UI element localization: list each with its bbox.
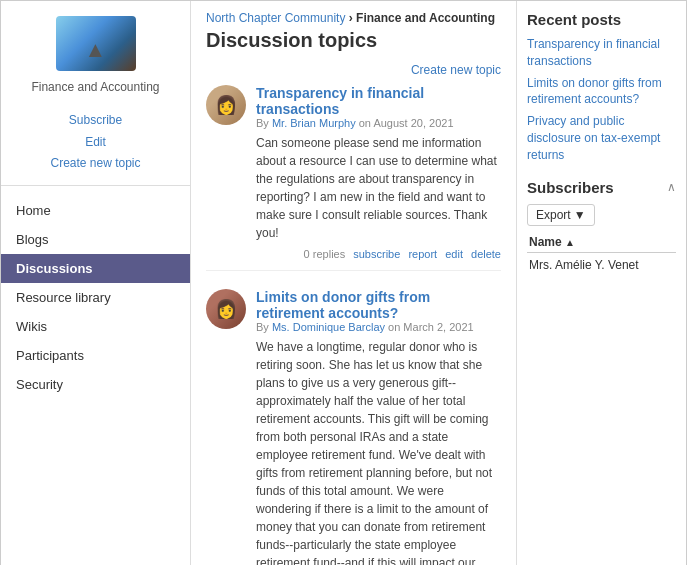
recent-posts-title: Recent posts [527,11,676,28]
sidebar: Finance and Accounting Subscribe Edit Cr… [1,1,191,565]
sidebar-item-discussions[interactable]: Discussions [1,254,190,283]
sidebar-logo-title: Finance and Accounting [11,80,180,94]
discussion-post-2: 👩 Limits on donor gifts from retirement … [206,289,501,565]
export-arrow-icon: ▼ [574,208,586,222]
recent-post-link-2[interactable]: Limits on donor gifts from retirement ac… [527,75,676,109]
post-author-1[interactable]: Mr. Brian Murphy [272,117,356,129]
recent-post-link-1[interactable]: Transparency in financial transactions [527,36,676,70]
logo-image [56,16,136,71]
sidebar-divider [1,185,190,186]
create-topic-sidebar-link[interactable]: Create new topic [1,153,190,175]
subscribers-title: Subscribers [527,179,614,196]
breadcrumb: North Chapter Community › Finance and Ac… [206,11,501,25]
subscriber-name-1: Mrs. Amélie Y. Venet [527,252,676,277]
post-author-2[interactable]: Ms. Dominique Barclay [272,321,385,333]
avatar-image-2: 👩 [206,289,246,329]
edit-link[interactable]: Edit [1,132,190,154]
post-meta-2: By Ms. Dominique Barclay on March 2, 202… [256,321,501,333]
main-content: North Chapter Community › Finance and Ac… [191,1,516,565]
post-delete-1[interactable]: delete [471,248,501,260]
post-avatar-2: 👩 [206,289,246,329]
sidebar-item-wikis[interactable]: Wikis [1,312,190,341]
sidebar-item-resource-library[interactable]: Resource library [1,283,190,312]
post-title-1[interactable]: Transparency in financial transactions [256,85,424,117]
post-title-2[interactable]: Limits on donor gifts from retirement ac… [256,289,430,321]
sidebar-logo-area: Finance and Accounting [1,1,190,102]
post-report-1[interactable]: report [408,248,437,260]
subscribers-table-header: Name ▲ [527,232,676,253]
sidebar-item-security[interactable]: Security [1,370,190,399]
post-text-2: We have a longtime, regular donor who is… [256,338,501,565]
create-topic-link[interactable]: Create new topic [411,63,501,77]
post-date-1: August 20, 2021 [373,117,453,129]
page-title: Discussion topics [206,29,501,52]
sidebar-item-home[interactable]: Home [1,196,190,225]
export-button[interactable]: Export ▼ [527,204,595,226]
subscribers-table: Name ▲ Mrs. Amélie Y. Venet [527,232,676,277]
sidebar-item-participants[interactable]: Participants [1,341,190,370]
post-replies-1: 0 replies [304,248,346,260]
post-edit-1[interactable]: edit [445,248,463,260]
right-panel: Recent posts Transparency in financial t… [516,1,686,565]
subscriber-row-1: Mrs. Amélie Y. Venet [527,252,676,277]
sidebar-nav: Home Blogs Discussions Resource library … [1,196,190,399]
subscribe-link[interactable]: Subscribe [1,110,190,132]
discussion-post-1: 👩 Transparency in financial transactions… [206,85,501,271]
sort-arrow-icon[interactable]: ▲ [565,237,575,248]
sidebar-quick-links: Subscribe Edit Create new topic [1,110,190,175]
recent-post-link-3[interactable]: Privacy and public disclosure on tax-exe… [527,113,676,163]
name-header-label: Name [529,235,562,249]
subscribers-section: Subscribers ∧ Export ▼ Name ▲ [527,179,676,277]
post-body-1: Transparency in financial transactions B… [256,85,501,260]
post-body-2: Limits on donor gifts from retirement ac… [256,289,501,565]
sidebar-item-blogs[interactable]: Blogs [1,225,190,254]
breadcrumb-current: Finance and Accounting [356,11,495,25]
avatar-image-1: 👩 [206,85,246,125]
chevron-up-icon[interactable]: ∧ [667,180,676,194]
create-topic-area: Create new topic [206,62,501,77]
subscribers-header: Subscribers ∧ [527,179,676,196]
post-actions-1: 0 replies subscribe report edit delete [256,248,501,260]
post-subscribe-1[interactable]: subscribe [353,248,400,260]
post-avatar-1: 👩 [206,85,246,125]
breadcrumb-community[interactable]: North Chapter Community [206,11,345,25]
post-text-1: Can someone please send me information a… [256,134,501,242]
breadcrumb-separator: › [349,11,356,25]
post-date-2: March 2, 2021 [403,321,473,333]
post-meta-1: By Mr. Brian Murphy on August 20, 2021 [256,117,501,129]
export-label: Export [536,208,571,222]
